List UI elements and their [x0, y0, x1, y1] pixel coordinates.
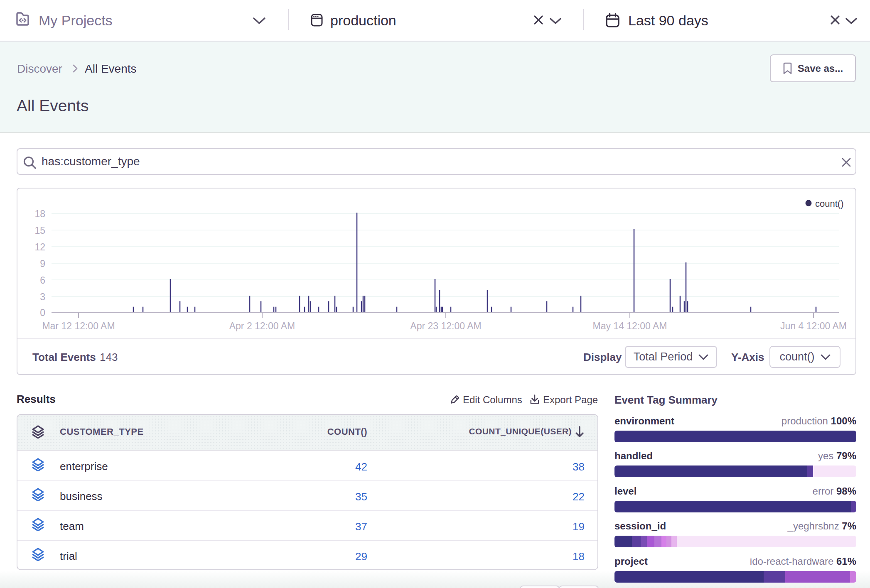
- svg-text:18: 18: [34, 208, 45, 219]
- svg-text:9: 9: [40, 258, 45, 269]
- svg-text:May 14 12:00 AM: May 14 12:00 AM: [593, 321, 667, 331]
- svg-text:3: 3: [40, 292, 45, 302]
- svg-text:Apr 23 12:00 AM: Apr 23 12:00 AM: [410, 321, 481, 331]
- svg-text:Apr 2 12:00 AM: Apr 2 12:00 AM: [229, 321, 295, 331]
- svg-text:Mar 12 12:00 AM: Mar 12 12:00 AM: [42, 321, 115, 331]
- svg-text:12: 12: [34, 242, 45, 252]
- svg-text:Jun 4 12:00 AM: Jun 4 12:00 AM: [780, 321, 847, 331]
- svg-text:count(): count(): [815, 198, 843, 209]
- svg-text:15: 15: [34, 225, 45, 236]
- svg-text:0: 0: [40, 307, 45, 318]
- svg-text:6: 6: [40, 275, 45, 286]
